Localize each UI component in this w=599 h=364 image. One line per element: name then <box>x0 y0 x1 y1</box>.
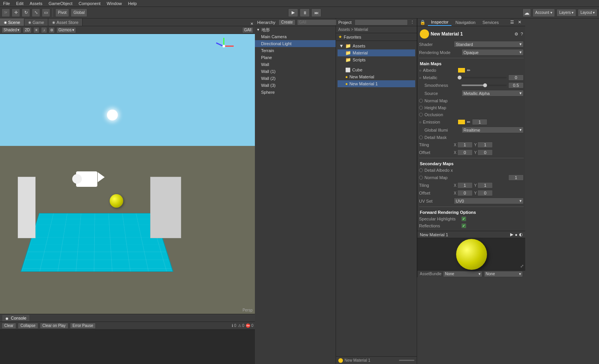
hierarchy-item-main-camera[interactable]: Main Camera <box>255 33 336 40</box>
inspector-close-icon[interactable]: ✕ <box>516 20 523 25</box>
lights-btn[interactable]: ☀ <box>33 27 39 33</box>
menu-file[interactable]: File <box>0 1 13 6</box>
close-icon[interactable]: ✕ <box>249 22 255 26</box>
rect-tool-btn[interactable]: ▭ <box>42 8 50 17</box>
emission-color-swatch[interactable] <box>458 119 465 125</box>
hierarchy-item-wall2[interactable]: Wall (2) <box>255 75 336 82</box>
menu-window[interactable]: Window <box>104 1 125 6</box>
expand-icon[interactable]: ⤢ <box>520 264 524 269</box>
hierarchy-item-wall1[interactable]: Wall (1) <box>255 68 336 75</box>
move-tool-btn[interactable]: ✛ <box>12 8 20 17</box>
source-dropdown[interactable]: Metallic Alpha ▾ <box>462 90 524 97</box>
console-tab[interactable]: ◉ Console <box>2 315 29 321</box>
material-options-icon[interactable]: ⚙ <box>514 32 518 37</box>
smoothness-value[interactable]: 0.5 <box>508 82 524 88</box>
project-search-input[interactable] <box>355 19 408 25</box>
collapse-btn[interactable]: Collapse <box>18 323 38 329</box>
hierarchy-item-directional-light[interactable]: Directional Light <box>255 40 336 47</box>
offset-y-value[interactable]: 0 <box>477 149 493 156</box>
scale-tool-btn[interactable]: ⤡ <box>32 8 40 17</box>
file-new-material-1[interactable]: ● New Material 1 <box>338 80 415 87</box>
hierarchy-create-btn[interactable]: Create <box>278 19 295 25</box>
metallic-toggle[interactable]: ○ <box>419 76 421 80</box>
error-pause-btn[interactable]: Error Pause <box>70 323 96 329</box>
preview-option2-icon[interactable]: ◐ <box>519 232 523 237</box>
hierarchy-item-wall3[interactable]: Wall (3) <box>255 82 336 89</box>
game-tab[interactable]: ◉ Game <box>24 19 48 26</box>
metallic-slider-thumb[interactable] <box>458 76 462 80</box>
pause-btn[interactable]: ⏸ <box>300 8 310 17</box>
pivot-btn[interactable]: Pivot <box>55 8 69 17</box>
hierarchy-item-sphere[interactable]: Sphere <box>255 89 336 96</box>
assets-root-folder[interactable]: ▼ 📁 Assets <box>338 42 415 49</box>
global-illum-dropdown[interactable]: Realtime ▾ <box>462 127 524 133</box>
clear-btn[interactable]: Clear <box>2 323 16 329</box>
specular-checkbox[interactable]: ✓ <box>462 217 466 221</box>
global-btn[interactable]: Global <box>71 8 87 17</box>
albedo-color-swatch[interactable] <box>458 68 465 73</box>
menu-assets[interactable]: Assets <box>27 1 46 6</box>
rendering-mode-dropdown[interactable]: Opaque ▾ <box>462 49 524 56</box>
smoothness-slider-thumb[interactable] <box>483 83 487 87</box>
tiling2-x-value[interactable]: 1 <box>457 182 473 188</box>
material-help-icon[interactable]: ? <box>521 32 523 36</box>
detail-albedo-toggle[interactable] <box>419 168 423 172</box>
menu-component[interactable]: Component <box>75 1 104 6</box>
preview-option1-icon[interactable]: ● <box>515 232 518 237</box>
uv-set-dropdown[interactable]: UV0 ▾ <box>454 198 524 204</box>
tiling2-y-value[interactable]: 1 <box>477 182 493 188</box>
menu-help[interactable]: Help <box>125 1 140 6</box>
hierarchy-item-wall[interactable]: Wall <box>255 61 336 68</box>
2d-btn[interactable]: 2D <box>23 27 32 33</box>
project-options-icon[interactable]: ⋮ <box>410 20 414 25</box>
emission-toggle[interactable]: ○ <box>419 120 421 124</box>
normal-map-toggle[interactable] <box>419 99 423 103</box>
hierarchy-item-terrain[interactable]: Terrain <box>255 47 336 54</box>
scene-tab[interactable]: ◉ Scene <box>0 19 24 26</box>
height-map-toggle[interactable] <box>419 106 423 110</box>
material-folder[interactable]: 📁 Material <box>338 49 415 56</box>
reflections-checkbox[interactable]: ✓ <box>462 223 466 228</box>
audio-btn[interactable]: ♪ <box>41 27 47 33</box>
asset-bundle-dropdown[interactable]: None ▾ <box>443 271 482 277</box>
offset2-x-value[interactable]: 0 <box>457 190 473 196</box>
offset-x-value[interactable]: 0 <box>457 149 473 156</box>
navigation-tab[interactable]: Navigation <box>452 19 479 25</box>
shading-dropdown[interactable]: Shaded ▾ <box>2 27 21 33</box>
menu-gameobject[interactable]: GameObject <box>46 1 76 6</box>
gizmos-dropdown[interactable]: Gizmos ▾ <box>56 27 76 33</box>
detail-mask-toggle[interactable] <box>419 135 423 139</box>
hierarchy-item-plane[interactable]: Plane <box>255 54 336 61</box>
shader-dropdown[interactable]: Standard ▾ <box>454 41 524 47</box>
account-btn[interactable]: Account ▾ <box>533 8 555 17</box>
hierarchy-root[interactable]: ▼ 地形 <box>255 26 336 33</box>
occlusion-toggle[interactable] <box>419 113 423 117</box>
file-new-material[interactable]: ● New Material <box>338 73 415 80</box>
layers-btn[interactable]: Layers ▾ <box>557 9 576 17</box>
play-btn[interactable]: ▶ <box>288 8 298 17</box>
inspector-tab[interactable]: Inspector <box>428 19 451 26</box>
metallic-value[interactable]: 0 <box>508 74 524 81</box>
smoothness-slider[interactable] <box>462 85 507 86</box>
emission-eyedropper-icon[interactable]: ✏ <box>467 120 470 125</box>
fx-btn[interactable]: ⚙ <box>49 27 55 33</box>
asset-store-tab[interactable]: ◉ Asset Store <box>48 19 83 26</box>
preview-play-icon[interactable]: ▶ <box>510 232 513 237</box>
hand-tool-btn[interactable]: ☞ <box>2 8 10 17</box>
tiling-y-value[interactable]: 1 <box>477 142 493 148</box>
offset2-y-value[interactable]: 0 <box>477 190 493 196</box>
step-btn[interactable]: ⏭ <box>311 8 321 17</box>
tiling-x-value[interactable]: 1 <box>457 142 473 148</box>
eyedropper-icon[interactable]: ✏ <box>467 68 470 73</box>
rotate-tool-btn[interactable]: ↻ <box>22 8 30 17</box>
layout-btn[interactable]: Layout ▾ <box>578 9 597 17</box>
inspector-menu-icon[interactable]: ☰ <box>509 20 516 25</box>
file-cube[interactable]: ⬜ Cube <box>338 66 415 73</box>
preview-slider-track[interactable] <box>399 360 414 361</box>
metallic-slider[interactable] <box>458 77 507 78</box>
normal-map2-value[interactable]: 1 <box>508 174 524 181</box>
albedo-toggle[interactable]: ○ <box>419 68 421 73</box>
services-tab[interactable]: Services <box>479 19 502 25</box>
scene-view[interactable]: Persp <box>0 34 255 314</box>
scripts-folder[interactable]: 📁 Scripts <box>338 56 415 63</box>
